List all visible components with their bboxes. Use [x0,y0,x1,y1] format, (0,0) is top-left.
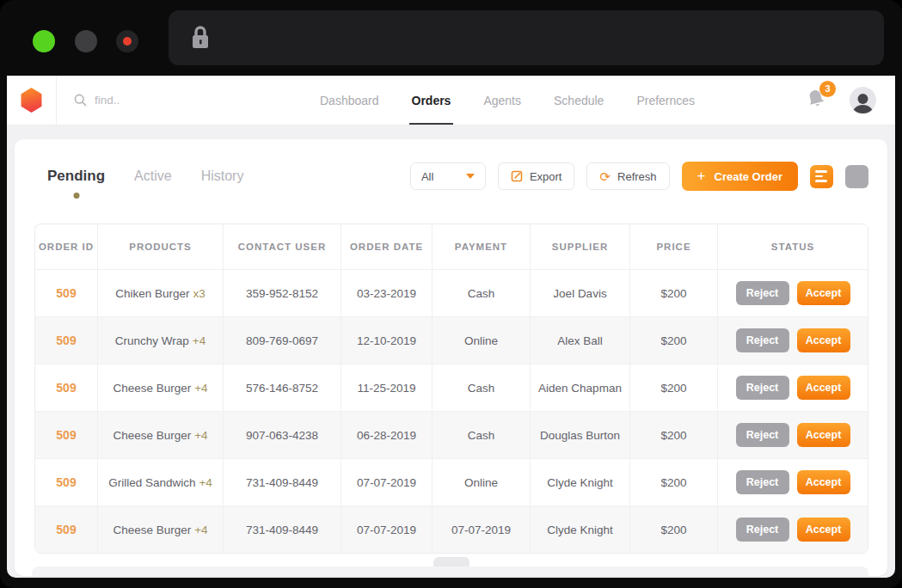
tab-pending-label: Pending [47,168,105,184]
table-row: 509 Cheese Burger +4 907-063-4238 06-28-… [35,411,868,458]
nav-item-agents[interactable]: Agents [483,76,521,125]
tab-active[interactable]: Active [134,168,172,184]
order-id-cell: 509 [35,270,97,316]
price-cell: $200 [629,459,717,505]
grid-view-toggle[interactable] [845,165,868,188]
product-name: Crunchy Wrap [115,334,189,347]
price-cell: $200 [629,270,717,316]
payment-cell: Online [432,317,530,364]
order-id-cell: 509 [35,317,97,364]
export-icon [511,170,523,182]
tab-pending[interactable]: Pending [47,168,105,185]
payment-cell: Cash [432,364,530,411]
table-row: 509 Cheese Burger +4 731-409-8449 07-07-… [35,505,868,553]
supplier-cell: Clyde Knight [530,506,629,553]
order-date-cell: 07-07-2019 [341,459,432,505]
header-products: PRODUCTS [97,224,223,269]
product-qty: +4 [194,524,207,536]
nav-item-schedule[interactable]: Schedule [554,76,604,125]
hexagon-logo-icon [21,88,43,113]
header-order-id: ORDER ID [35,224,97,269]
products-cell: Chiken Burger x3 [97,270,223,316]
toolbar: All Export ⟳ Refresh [410,162,868,191]
order-date-cell: 03-23-2019 [341,270,432,316]
order-id-cell: 509 [35,459,97,505]
tab-history[interactable]: History [201,168,244,184]
order-id-cell: 509 [35,506,97,553]
search-icon [74,94,87,107]
order-date-cell: 12-10-2019 [341,317,432,364]
products-cell: Grilled Sandwich +4 [97,459,223,505]
contact-user-cell: 907-063-4238 [223,412,341,458]
list-bar [815,170,827,173]
reject-button[interactable]: Reject [736,423,789,447]
window-maximize-button[interactable] [33,30,55,52]
orders-table: ORDER ID PRODUCTS CONTACT USER ORDER DAT… [34,224,868,554]
list-bar [815,175,823,178]
status-cell: Reject Accept [717,364,868,411]
nav-item-dashboard[interactable]: Dashboard [320,76,379,125]
nav-item-orders[interactable]: Orders [412,76,451,125]
table-header-row: ORDER ID PRODUCTS CONTACT USER ORDER DAT… [35,224,868,269]
header-price: PRICE [629,224,717,269]
price-cell: $200 [629,412,717,458]
product-qty: +4 [194,429,207,442]
table-row: 509 Cheese Burger +4 576-146-8752 11-25-… [35,364,868,411]
notifications-button[interactable]: 3 [807,89,825,113]
products-cell: Cheese Burger +4 [97,364,223,411]
product-name: Cheese Burger [113,382,191,395]
reject-button[interactable]: Reject [736,376,789,400]
contact-user-cell: 359-952-8152 [223,270,341,316]
table-body: 509 Chiken Burger x3 359-952-8152 03-23-… [35,269,868,553]
address-bar[interactable] [169,10,884,65]
chevron-down-icon [466,174,475,179]
reject-button[interactable]: Reject [736,470,789,494]
accept-button[interactable]: Accept [797,518,850,542]
table-row: 509 Grilled Sandwich +4 731-409-8449 07-… [35,458,868,505]
accept-button[interactable]: Accept [797,328,850,352]
products-cell: Cheese Burger +4 [97,412,223,458]
supplier-cell: Alex Ball [530,317,629,364]
export-button[interactable]: Export [498,162,575,190]
contact-user-cell: 731-409-8449 [223,459,341,505]
close-dot-icon [123,37,132,46]
window-close-button[interactable] [116,30,138,52]
supplier-cell: Clyde Knight [530,459,629,505]
product-name: Grilled Sandwich [108,476,195,489]
nav-item-prefernces[interactable]: Prefernces [636,76,695,125]
reject-button[interactable]: Reject [736,281,789,305]
next-card-peek [32,567,868,576]
accept-button[interactable]: Accept [797,281,850,305]
order-tabs: Pending Active History [34,168,243,185]
create-order-button[interactable]: + Create Order [682,162,798,191]
refresh-icon: ⟳ [599,170,611,183]
search-area [57,76,263,125]
supplier-cell: Aiden Chapman [530,364,629,411]
accept-button[interactable]: Accept [797,470,850,494]
nav-right: 3 [807,76,895,125]
search-input[interactable] [95,94,232,107]
order-date-cell: 07-07-2019 [341,506,432,553]
header-payment: PAYMENT [432,224,530,269]
filter-dropdown[interactable]: All [410,162,486,190]
refresh-button[interactable]: ⟳ Refresh [586,162,669,190]
status-cell: Reject Accept [717,412,868,458]
status-cell: Reject Accept [717,317,868,364]
payment-cell: Online [432,459,530,505]
window-minimize-button[interactable] [75,30,97,52]
product-qty: +4 [199,476,212,489]
export-label: Export [530,170,562,183]
product-name: Chiken Burger [115,287,189,300]
reject-button[interactable]: Reject [736,518,789,542]
supplier-cell: Joel Davis [530,270,629,316]
accept-button[interactable]: Accept [797,376,850,400]
nav-links: Dashboard Orders Agents Schedule Prefern… [320,76,695,125]
payment-cell: Cash [432,270,530,316]
payment-cell: 07-07-2019 [432,506,530,553]
reject-button[interactable]: Reject [736,328,789,352]
user-avatar[interactable] [850,87,876,113]
app-logo[interactable] [7,76,57,125]
page: Dashboard Orders Agents Schedule Prefern… [7,76,895,578]
list-view-toggle[interactable] [810,165,833,188]
accept-button[interactable]: Accept [797,423,850,447]
